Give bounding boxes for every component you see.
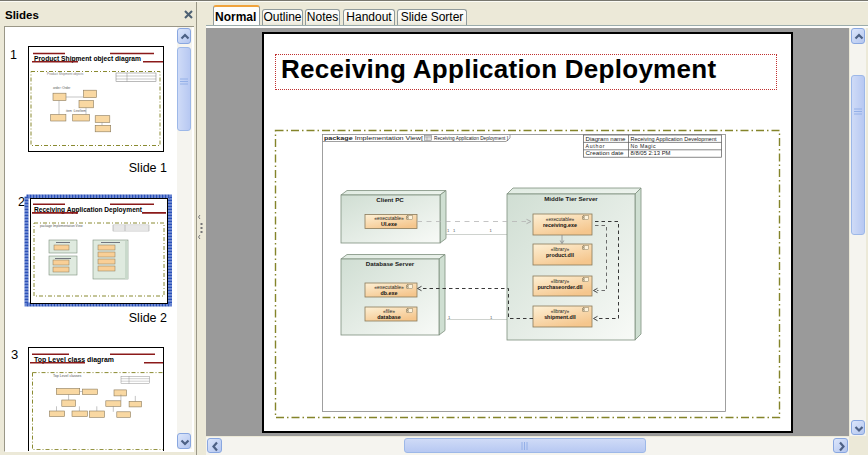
svg-text:Creation date: Creation date	[586, 150, 624, 156]
svg-text:No Magic: No Magic	[631, 143, 656, 149]
svg-text:product.dll: product.dll	[546, 252, 574, 258]
svg-text:Top Level classes: Top Level classes	[53, 374, 82, 378]
svg-text:receiving.exe: receiving.exe	[543, 222, 577, 228]
svg-text:db.exe: db.exe	[380, 290, 397, 296]
svg-text:database: database	[377, 314, 400, 320]
svg-text:Author: Author	[586, 143, 605, 149]
svg-text:shipment.dll: shipment.dll	[544, 314, 576, 320]
svg-text:purchaseorder.dll: purchaseorder.dll	[537, 284, 583, 290]
svg-text:Database Server: Database Server	[366, 260, 415, 267]
svg-text:UI.exe: UI.exe	[381, 221, 397, 227]
svg-text:Receiving Application Developm: Receiving Application Development	[631, 136, 718, 142]
svg-text:Product Shipment objects: Product Shipment objects	[47, 72, 84, 76]
svg-text:package Implementation View: package Implementation View	[40, 224, 83, 228]
svg-text:Diagram name: Diagram name	[586, 136, 626, 142]
svg-text:package Implementation View[: package Implementation View[	[324, 135, 424, 141]
svg-text:Client PC: Client PC	[376, 196, 404, 203]
svg-text:order :Order: order :Order	[53, 86, 71, 90]
svg-text:8/8/05 2:13 PM: 8/8/05 2:13 PM	[631, 150, 671, 156]
svg-text:item :LineItem: item :LineItem	[66, 109, 86, 113]
svg-text:Receiving Application Deployme: Receiving Application Deployment ]	[434, 135, 509, 141]
svg-text:Middle Tier Server: Middle Tier Server	[544, 195, 598, 202]
